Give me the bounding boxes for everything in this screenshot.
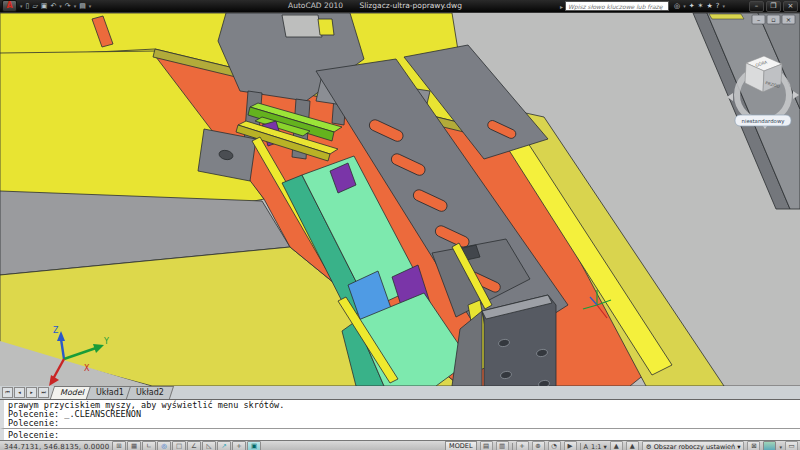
toggle-otrack[interactable]: ∠ — [187, 441, 201, 450]
quickview-drawings-icon[interactable]: ▤ — [480, 441, 493, 450]
undo-icon[interactable]: ↶ — [50, 1, 56, 11]
new-icon[interactable]: ▯ — [26, 1, 30, 11]
undo-dropdown-icon[interactable]: ▾ — [59, 3, 62, 9]
model-3d-view[interactable]: Z Y X GÓRA PRZÓD niestandardowy — [0, 13, 800, 386]
tab-prev-icon[interactable]: ◂ — [14, 387, 25, 398]
favorites-icon[interactable]: ★ — [706, 2, 712, 10]
annotation-autoscale-icon[interactable]: ▲ — [626, 441, 639, 450]
help-icon[interactable]: ? — [716, 2, 720, 10]
doc-close-button[interactable]: × — [786, 16, 791, 24]
command-history-line: Polecenie: — [8, 419, 798, 428]
infocenter-expand-icon[interactable]: ▸ — [560, 3, 563, 10]
ucs-y-label: Y — [103, 337, 109, 346]
restore-button[interactable]: ❐ — [766, 1, 781, 12]
infocenter: ▸ ◎ ▾ ✦ ✶ ★ ? ▾ — [560, 1, 725, 11]
lock-icon[interactable]: ⊠ — [747, 441, 760, 450]
toggle-ducs[interactable]: ◺ — [202, 441, 216, 450]
plot-icon[interactable]: ▤ — [79, 1, 86, 11]
tab-layout2[interactable]: Układ2 — [126, 386, 174, 399]
ucs-x-label: X — [84, 364, 90, 373]
app-name: AutoCAD 2010 — [288, 1, 343, 10]
qat-more-dropdown-icon[interactable]: ▾ — [89, 3, 92, 9]
close-button[interactable]: × — [783, 1, 798, 12]
clean-screen-button[interactable]: ▭ — [785, 441, 798, 450]
command-history: prawym przyciskiem myszy, aby wyświetlić… — [0, 400, 800, 428]
toggle-osnap[interactable]: □ — [172, 441, 186, 450]
infocenter-search-input[interactable] — [565, 1, 669, 11]
document-name: Slizgacz-ultra-poprawy.dwg — [359, 1, 461, 10]
redo-icon[interactable]: ↷ — [65, 1, 71, 11]
workspace-switch-button[interactable]: ⚙ Obszar roboczy ustawień ▾ — [642, 441, 745, 450]
model-space-button[interactable]: MODEL — [445, 441, 476, 450]
quick-access-toolbar: A ▾ ▯ ▱ ▣ ↶ ▾ ↷ ▾ ▤ ▾ — [0, 0, 91, 12]
drawing-viewport[interactable]: Z Y X GÓRA PRZÓD niestandardowy — [0, 12, 800, 385]
save-icon[interactable]: ▣ — [41, 1, 48, 11]
toggle-dyn[interactable]: ↗ — [217, 441, 231, 450]
subscription-center-icon[interactable]: ✦ — [689, 2, 695, 10]
annotation-scale-button[interactable]: 1:1 ▾ — [591, 443, 607, 450]
layout-tab-bar: ⏮ ◂ ▸ ⏭ Model Układ1 Układ2 — [0, 385, 800, 399]
open-icon[interactable]: ▱ — [32, 1, 37, 11]
toggle-grid[interactable]: ▦ — [127, 441, 141, 450]
minimize-button[interactable]: – — [749, 1, 764, 12]
tab-last-icon[interactable]: ⏭ — [38, 387, 49, 398]
status-toggles: ⊞ ▦ ∟ ◎ □ ∠ ◺ ↗ + ▣ — [112, 441, 261, 450]
toggle-qp[interactable]: ▣ — [247, 441, 261, 450]
coordinates-display[interactable]: 344.7131, 546.8135, 0.0000 — [0, 443, 112, 450]
doc-restore-button[interactable]: ▫ — [771, 16, 775, 24]
toggle-snap[interactable]: ⊞ — [112, 441, 126, 450]
application-status-icon[interactable] — [763, 441, 776, 450]
status-dropdown-icon[interactable]: ▾ — [779, 444, 782, 450]
window-controls: – ❐ × — [749, 1, 798, 12]
tab-first-icon[interactable]: ⏮ — [2, 387, 13, 398]
steering-wheel-icon[interactable]: ◔ — [548, 441, 561, 450]
status-bar: 344.7131, 546.8135, 0.0000 ⊞ ▦ ∟ ◎ □ ∠ ◺… — [0, 440, 800, 450]
doc-minimize-button[interactable]: – — [757, 16, 760, 24]
command-history-line: Polecenie: _.CLEANSCREENON — [8, 410, 798, 419]
command-line-window: prawym przyciskiem myszy, aby wyświetlić… — [0, 399, 800, 440]
viewcube-ucs-pill[interactable]: niestandardowy — [741, 118, 785, 125]
tab-next-icon[interactable]: ▸ — [26, 387, 37, 398]
gear-icon: ⚙ — [646, 443, 652, 450]
annotation-visibility-icon[interactable]: ▲ — [610, 441, 623, 450]
zoom-icon[interactable]: ⊕ — [532, 441, 545, 450]
window-title: AutoCAD 2010 Slizgacz-ultra-poprawy.dwg — [288, 1, 462, 10]
tab-nav: ⏮ ◂ ▸ ⏭ — [0, 387, 52, 399]
search-icon[interactable]: ◎ — [674, 2, 680, 10]
title-bar: A ▾ ▯ ▱ ▣ ↶ ▾ ↷ ▾ ▤ ▾ AutoCAD 2010 Slizg… — [0, 0, 800, 12]
showmotion-icon[interactable]: ▶ — [564, 441, 577, 450]
annotation-icon: A — [584, 443, 588, 450]
quickview-layouts-icon[interactable]: ▥ — [496, 441, 509, 450]
ucs-z-label: Z — [53, 326, 59, 335]
status-bar-right: MODEL ▤ ▥ + ⊕ ◔ ▶ A 1:1 ▾ ▲ ▲ ⚙ Obszar r… — [445, 441, 800, 450]
communication-center-icon[interactable]: ✶ — [698, 2, 704, 10]
qat-dropdown-icon[interactable]: ▾ — [20, 3, 23, 9]
search-dropdown-icon[interactable]: ▾ — [683, 3, 686, 9]
autocad-menu-icon[interactable]: A — [2, 0, 17, 12]
redo-dropdown-icon[interactable]: ▾ — [74, 3, 77, 9]
toggle-polar[interactable]: ◎ — [157, 441, 171, 450]
document-window-controls: – ▫ × — [752, 15, 795, 24]
autocad-window: A ▾ ▯ ▱ ▣ ↶ ▾ ↷ ▾ ▤ ▾ AutoCAD 2010 Slizg… — [0, 0, 800, 450]
help-dropdown-icon[interactable]: ▾ — [722, 3, 725, 9]
toggle-lwt[interactable]: + — [232, 441, 246, 450]
toggle-ortho[interactable]: ∟ — [142, 441, 156, 450]
pan-icon[interactable]: + — [516, 441, 529, 450]
